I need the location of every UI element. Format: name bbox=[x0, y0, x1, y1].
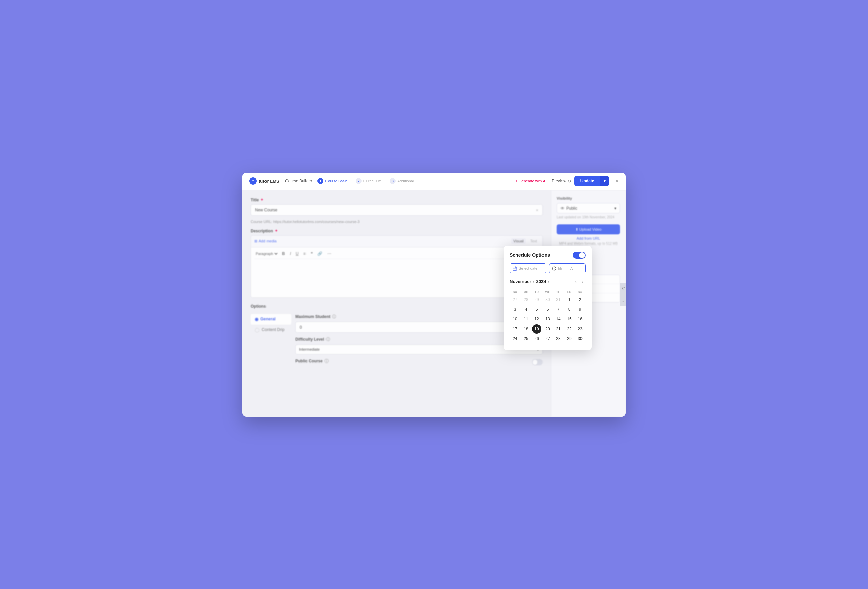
visibility-section: Visibility 👁 Public ▾ Last updated on 19… bbox=[557, 196, 620, 219]
italic-icon[interactable]: I bbox=[289, 251, 292, 257]
content-drip-tab[interactable]: ◯ Content Drip bbox=[251, 325, 291, 335]
radio-content-drip: ◯ bbox=[255, 327, 260, 332]
schedule-header: Schedule Options bbox=[509, 252, 586, 259]
cal-header-we: WE bbox=[542, 289, 553, 295]
clock-icon bbox=[552, 266, 557, 270]
general-tab[interactable]: ◉ General bbox=[251, 314, 291, 325]
preview-label: Preview bbox=[552, 179, 566, 183]
cal-month: November bbox=[509, 279, 531, 284]
logo-text: tutor LMS bbox=[259, 179, 279, 184]
time-input[interactable]: hh:mm A bbox=[549, 263, 586, 273]
quote-icon[interactable]: ❝ bbox=[309, 251, 314, 257]
schedule-title: Schedule Options bbox=[509, 252, 550, 258]
cal-day-8[interactable]: 8 bbox=[564, 304, 575, 314]
time-placeholder: hh:mm A bbox=[558, 266, 573, 270]
link-icon[interactable]: 🔗 bbox=[316, 251, 324, 257]
cal-day-31-prev[interactable]: 31 bbox=[553, 295, 564, 305]
cal-day-27-prev[interactable]: 27 bbox=[509, 295, 520, 305]
step-3[interactable]: 3 Additional bbox=[390, 178, 414, 184]
top-right-actions: Preview ⊙ Update ▾ × bbox=[552, 176, 619, 186]
cal-prev-button[interactable]: ‹ bbox=[573, 278, 579, 285]
cal-day-14[interactable]: 14 bbox=[553, 314, 564, 324]
cal-day-24[interactable]: 24 bbox=[509, 334, 520, 344]
cal-day-30-prev[interactable]: 30 bbox=[542, 295, 553, 305]
cal-day-1[interactable]: 1 bbox=[564, 295, 575, 305]
info-icon-max: ⓘ bbox=[332, 314, 336, 320]
visibility-arrow: ▾ bbox=[614, 206, 616, 211]
generate-ai-button[interactable]: ✦ Generate with AI bbox=[515, 179, 546, 183]
close-button[interactable]: × bbox=[615, 178, 619, 185]
cal-day-4[interactable]: 4 bbox=[520, 304, 531, 314]
clear-title-icon[interactable]: × bbox=[536, 208, 539, 213]
step-1[interactable]: 1 Course Basic bbox=[317, 178, 347, 184]
list-icon[interactable]: ≡ bbox=[302, 251, 307, 257]
public-course-toggle[interactable] bbox=[532, 359, 543, 365]
cal-day-9[interactable]: 9 bbox=[575, 304, 586, 314]
media-icon: ⊞ bbox=[254, 239, 257, 244]
cal-day-19-today[interactable]: 19 bbox=[532, 324, 542, 334]
breadcrumb: Course Builder bbox=[285, 179, 312, 183]
cal-day-6[interactable]: 6 bbox=[542, 304, 553, 314]
description-label: Description ✦ bbox=[251, 229, 543, 233]
cal-day-22[interactable]: 22 bbox=[564, 324, 575, 334]
step-2[interactable]: 2 Curriculum bbox=[356, 178, 381, 184]
cal-day-27[interactable]: 27 bbox=[542, 334, 553, 344]
cal-day-23[interactable]: 23 bbox=[575, 324, 586, 334]
title-input[interactable]: New Course × bbox=[251, 204, 543, 216]
cal-header-row: SU MO TU WE TH FR SA bbox=[509, 289, 586, 295]
notebook-tab[interactable]: Notebook bbox=[620, 283, 626, 306]
title-icon: ✦ bbox=[260, 198, 263, 202]
cal-day-7[interactable]: 7 bbox=[553, 304, 564, 314]
visual-tab[interactable]: Visual bbox=[511, 238, 526, 244]
cal-day-28[interactable]: 28 bbox=[553, 334, 564, 344]
visibility-label: Visibility bbox=[557, 196, 620, 201]
cal-next-button[interactable]: › bbox=[580, 278, 586, 285]
cal-day-2[interactable]: 2 bbox=[575, 295, 586, 305]
preview-button[interactable]: Preview ⊙ bbox=[552, 179, 571, 183]
cal-header-su: SU bbox=[509, 289, 520, 295]
underline-icon[interactable]: U bbox=[294, 251, 300, 257]
preview-icon: ⊙ bbox=[568, 179, 571, 183]
cal-day-17[interactable]: 17 bbox=[509, 324, 520, 334]
bold-icon[interactable]: B bbox=[281, 251, 286, 257]
description-field: Description ✦ ⊞ Add media Visual Text bbox=[251, 229, 543, 298]
add-url-link[interactable]: Add from URL bbox=[557, 236, 620, 241]
more-icon[interactable]: ⋯ bbox=[326, 251, 333, 257]
cal-day-26[interactable]: 26 bbox=[531, 334, 542, 344]
cal-day-3[interactable]: 3 bbox=[509, 304, 520, 314]
paragraph-select[interactable]: Paragraph bbox=[254, 251, 279, 256]
add-media-button[interactable]: ⊞ Add media bbox=[254, 238, 277, 245]
step-1-label: Course Basic bbox=[325, 179, 347, 183]
options-section: Options ◉ General ◯ Content Drip bbox=[251, 304, 543, 370]
cal-day-18[interactable]: 18 bbox=[520, 324, 531, 334]
update-dropdown-button[interactable]: ▾ bbox=[600, 176, 609, 186]
cal-header-tu: TU bbox=[531, 289, 542, 295]
cal-day-15[interactable]: 15 bbox=[564, 314, 575, 324]
cal-day-30[interactable]: 30 bbox=[575, 334, 586, 344]
cal-day-10[interactable]: 10 bbox=[509, 314, 520, 324]
cal-day-29-prev[interactable]: 29 bbox=[531, 295, 542, 305]
cal-day-12[interactable]: 12 bbox=[531, 314, 542, 324]
date-input[interactable]: Select date bbox=[509, 263, 546, 273]
date-placeholder: Select date bbox=[519, 266, 537, 270]
cal-nav-buttons: ‹ › bbox=[573, 278, 586, 285]
visibility-select[interactable]: 👁 Public ▾ bbox=[557, 203, 620, 213]
course-url: Course URL: https://tutor.hellotutorlms.… bbox=[251, 220, 543, 224]
cal-day-20[interactable]: 20 bbox=[542, 324, 553, 334]
cal-day-13[interactable]: 13 bbox=[542, 314, 553, 324]
cal-day-29[interactable]: 29 bbox=[564, 334, 575, 344]
visibility-value: Public bbox=[566, 206, 577, 211]
schedule-toggle[interactable] bbox=[573, 252, 586, 259]
cal-day-5[interactable]: 5 bbox=[531, 304, 542, 314]
text-tab[interactable]: Text bbox=[528, 238, 539, 244]
cal-day-21[interactable]: 21 bbox=[553, 324, 564, 334]
update-button[interactable]: Update bbox=[574, 176, 601, 186]
cal-day-25[interactable]: 25 bbox=[520, 334, 531, 344]
upload-video-button[interactable]: ⬆ Upload Video bbox=[557, 224, 620, 234]
cal-day-11[interactable]: 11 bbox=[520, 314, 531, 324]
cal-day-28-prev[interactable]: 28 bbox=[520, 295, 531, 305]
cal-header-fr: FR bbox=[564, 289, 575, 295]
options-label: Options bbox=[251, 304, 543, 309]
cal-year: 2024 bbox=[536, 279, 546, 284]
cal-day-16[interactable]: 16 bbox=[575, 314, 586, 324]
